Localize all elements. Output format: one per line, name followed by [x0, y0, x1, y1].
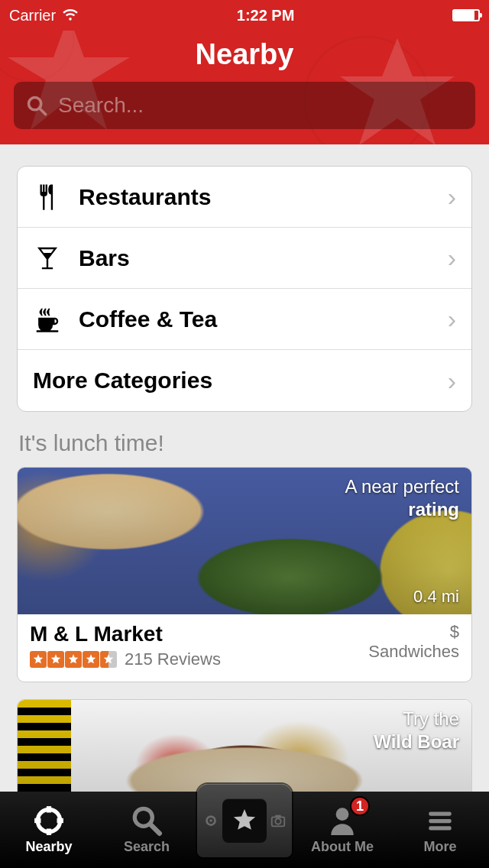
- search-icon: [131, 805, 163, 837]
- chevron-right-icon: ›: [448, 366, 456, 396]
- overlay-text: Try the Wild Boar: [374, 708, 459, 753]
- main-content: Restaurants › Bars › Coffee & Tea ›: [0, 149, 489, 792]
- nearby-icon: [33, 805, 65, 837]
- tab-nearby[interactable]: Nearby: [0, 792, 98, 868]
- gear-icon: [202, 812, 219, 829]
- overlay-line: A near perfect: [345, 476, 459, 497]
- svg-rect-17: [429, 811, 451, 815]
- price-label: $: [368, 622, 459, 642]
- svg-point-12: [209, 819, 212, 822]
- more-categories-label: More Categories: [33, 368, 434, 394]
- tab-label: Nearby: [25, 839, 72, 855]
- battery-icon: [452, 9, 480, 21]
- business-photo: Try the Wild Boar 0.2 mi: [18, 700, 471, 792]
- menu-icon: [424, 805, 456, 837]
- category-bars[interactable]: Bars ›: [18, 228, 471, 289]
- search-bar[interactable]: [14, 82, 475, 129]
- category-list: Restaurants › Bars › Coffee & Tea ›: [17, 166, 472, 412]
- tab-more[interactable]: More: [391, 792, 489, 868]
- review-count: 215 Reviews: [125, 649, 221, 669]
- category-label: Bars: [79, 245, 434, 271]
- status-bar: Carrier 1:22 PM: [0, 0, 489, 31]
- svg-point-16: [336, 808, 349, 821]
- tab-checkin[interactable]: [196, 792, 293, 868]
- chevron-right-icon: ›: [448, 182, 456, 212]
- page-title: Nearby: [0, 38, 489, 71]
- business-photo: A near perfect rating 0.4 mi: [18, 468, 471, 614]
- camera-icon: [270, 812, 287, 829]
- svg-rect-7: [34, 818, 40, 823]
- tab-about-me[interactable]: 1 About Me: [293, 792, 391, 868]
- svg-line-10: [151, 824, 160, 834]
- rating-stars: [30, 651, 117, 668]
- category-coffee[interactable]: Coffee & Tea ›: [18, 289, 471, 350]
- business-card[interactable]: A near perfect rating 0.4 mi M & L Marke…: [17, 467, 472, 682]
- overlay-line-bold: Wild Boar: [374, 731, 459, 752]
- tab-search[interactable]: Search: [98, 792, 196, 868]
- svg-rect-5: [47, 806, 51, 812]
- tab-bar: Nearby Search 1 About Me More: [0, 792, 489, 868]
- category-label: Sandwiches: [368, 642, 459, 662]
- svg-point-4: [37, 809, 60, 831]
- business-name: M & L Market: [30, 622, 221, 646]
- overlay-line-bold: rating: [408, 499, 459, 520]
- tab-label: About Me: [311, 839, 374, 855]
- chevron-right-icon: ›: [448, 243, 456, 273]
- svg-rect-8: [57, 818, 63, 823]
- svg-rect-15: [275, 815, 280, 818]
- svg-line-3: [40, 108, 46, 115]
- business-card[interactable]: Try the Wild Boar 0.2 mi: [17, 699, 472, 792]
- tab-label: Search: [124, 839, 170, 855]
- app-header: Nearby: [0, 31, 489, 144]
- search-icon: [26, 95, 47, 116]
- section-heading: It's lunch time!: [18, 430, 471, 456]
- clock: 1:22 PM: [237, 7, 295, 24]
- carrier-label: Carrier: [9, 7, 56, 24]
- svg-point-14: [275, 818, 280, 824]
- star-icon: [222, 798, 267, 843]
- chevron-right-icon: ›: [448, 304, 456, 334]
- svg-rect-18: [429, 819, 451, 823]
- overlay-line: Try the: [403, 708, 459, 729]
- more-categories[interactable]: More Categories ›: [18, 350, 471, 411]
- category-label: Coffee & Tea: [79, 306, 434, 332]
- svg-rect-6: [47, 829, 51, 835]
- notification-badge: 1: [350, 796, 370, 816]
- bars-icon: [30, 241, 65, 276]
- restaurants-icon: [30, 180, 65, 215]
- tab-label: More: [423, 839, 456, 855]
- overlay-text: A near perfect rating: [345, 475, 459, 521]
- category-restaurants[interactable]: Restaurants ›: [18, 167, 471, 228]
- wifi-icon: [62, 9, 79, 21]
- distance-label: 0.4 mi: [413, 587, 459, 607]
- coffee-icon: [30, 302, 65, 337]
- search-input[interactable]: [58, 93, 463, 118]
- svg-rect-19: [429, 826, 451, 830]
- category-label: Restaurants: [79, 184, 434, 210]
